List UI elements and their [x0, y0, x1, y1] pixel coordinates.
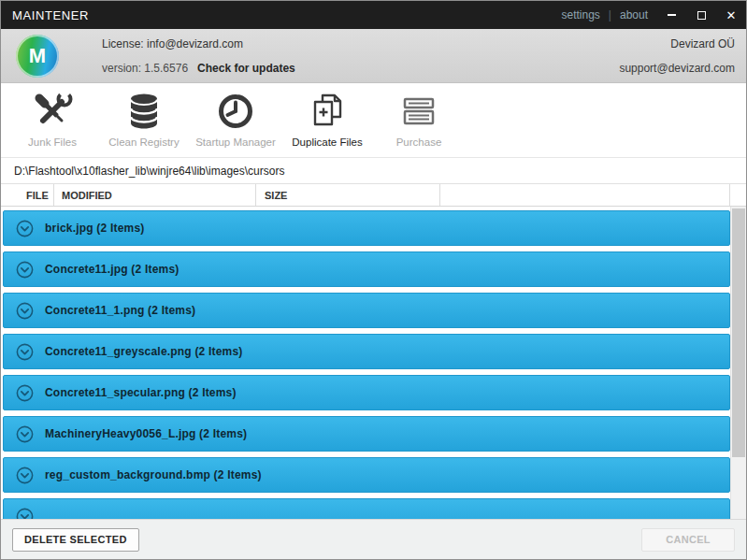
expand-chevron-icon[interactable] [15, 301, 35, 321]
banknote-icon [398, 91, 439, 132]
title-bar: MAINTENER settings | about ✕ [1, 1, 746, 29]
column-header-file[interactable]: FILE [1, 184, 54, 206]
license-text: License: info@devizard.com [102, 37, 243, 50]
version-line: version: 1.5.6576 Check for updates [102, 62, 295, 75]
version-text: version: 1.5.6576 [102, 62, 188, 75]
documents-plus-icon [307, 91, 348, 132]
expand-chevron-icon[interactable] [15, 466, 35, 485]
settings-link[interactable]: settings [553, 8, 608, 22]
column-header-empty [440, 184, 730, 206]
minimize-button[interactable] [656, 1, 686, 29]
tools-icon [32, 91, 73, 132]
expand-chevron-icon[interactable] [15, 342, 35, 362]
maximize-button[interactable] [686, 1, 716, 29]
group-label: Concrete11_specular.png (2 Items) [45, 386, 237, 399]
delete-selected-button[interactable]: DELETE SELECTED [12, 528, 139, 552]
duplicate-group-row[interactable]: brick.jpg (2 Items) [3, 210, 730, 246]
duplicate-group-row[interactable] [3, 498, 730, 521]
column-header-size[interactable]: SIZE [256, 184, 440, 206]
app-logo: M [16, 35, 59, 78]
check-updates-link[interactable]: Check for updates [197, 62, 295, 75]
license-header: M License: info@devizard.com Devizard OÜ… [1, 29, 746, 83]
clean-registry-button[interactable]: Clean Registry [98, 91, 190, 148]
toolbar-item-label: Purchase [396, 136, 442, 148]
duplicate-group-row[interactable]: Concrete11_specular.png (2 Items) [3, 375, 730, 410]
maximize-icon [697, 11, 706, 20]
toolbar-item-label: Startup Manager [195, 136, 276, 148]
expand-chevron-icon[interactable] [15, 383, 35, 403]
vertical-scrollbar[interactable] [730, 207, 746, 521]
table-header: FILE MODIFIED SIZE [1, 184, 746, 207]
startup-manager-button[interactable]: Startup Manager [190, 91, 281, 148]
app-title: MAINTENER [12, 8, 89, 22]
cancel-button[interactable]: CANCEL [641, 528, 735, 552]
database-icon [123, 91, 165, 132]
current-path: D:\Flashtool\x10flasher_lib\winjre64\lib… [14, 165, 284, 178]
close-icon: ✕ [726, 9, 737, 22]
group-label: Concrete11_greyscale.png (2 Items) [45, 345, 243, 358]
column-header-modified[interactable]: MODIFIED [54, 184, 256, 206]
app-window: MAINTENER settings | about ✕ M License: … [0, 0, 747, 560]
about-link[interactable]: about [611, 8, 656, 22]
group-label: brick.jpg (2 Items) [45, 222, 145, 235]
scrollbar-thumb[interactable] [732, 208, 745, 457]
duplicate-group-row[interactable]: Concrete11_1.png (2 Items) [3, 293, 730, 328]
group-label: Concrete11.jpg (2 Items) [45, 263, 180, 276]
group-label: reg_custom_background.bmp (2 Items) [45, 468, 262, 481]
toolbar-item-label: Duplicate Files [292, 136, 362, 148]
duplicate-group-row[interactable]: reg_custom_background.bmp (2 Items) [3, 457, 730, 493]
close-button[interactable]: ✕ [716, 1, 746, 29]
minimize-icon [668, 14, 676, 16]
company-name: Devizard OÜ [670, 37, 735, 50]
expand-chevron-icon[interactable] [15, 219, 35, 238]
group-label: MachineryHeavy0056_L.jpg (2 Items) [45, 427, 247, 440]
duplicate-groups-list: brick.jpg (2 Items) Concrete11.jpg (2 It… [1, 207, 732, 521]
titlebar-right: settings | about ✕ [553, 1, 746, 29]
path-bar: D:\Flashtool\x10flasher_lib\winjre64\lib… [1, 158, 746, 184]
group-label: Concrete11_1.png (2 Items) [45, 304, 195, 317]
duplicate-group-row[interactable]: MachineryHeavy0056_L.jpg (2 Items) [3, 416, 730, 452]
duplicate-files-button[interactable]: Duplicate Files [281, 91, 373, 148]
support-email-link[interactable]: support@devizard.com [619, 62, 735, 75]
duplicate-group-row[interactable]: Concrete11_greyscale.png (2 Items) [3, 334, 730, 369]
toolbar-item-label: Junk Files [28, 136, 77, 148]
junk-files-button[interactable]: Junk Files [7, 91, 98, 148]
clock-icon [215, 91, 256, 132]
purchase-button[interactable]: Purchase [373, 91, 465, 148]
duplicate-group-row[interactable]: Concrete11.jpg (2 Items) [3, 251, 730, 287]
main-toolbar: Junk Files Clean Registry [1, 83, 746, 158]
expand-chevron-icon[interactable] [15, 424, 35, 444]
logo-letter: M [29, 44, 46, 68]
footer-bar: DELETE SELECTED CANCEL [1, 519, 746, 559]
expand-chevron-icon[interactable] [15, 260, 35, 280]
toolbar-item-label: Clean Registry [108, 136, 179, 148]
